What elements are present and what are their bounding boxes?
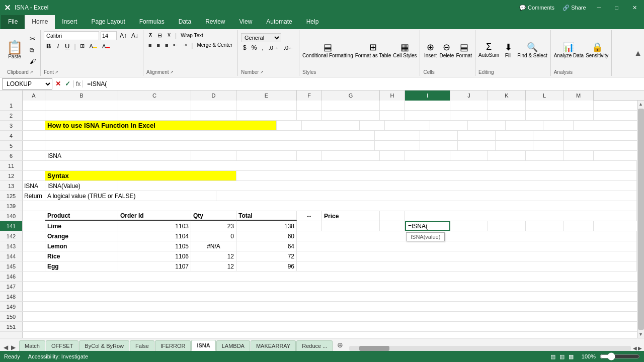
cell[interactable] <box>322 101 380 111</box>
cell[interactable] <box>297 251 637 261</box>
cell-c145[interactable]: 1107 <box>118 261 191 271</box>
page-break-btn[interactable]: ▦ <box>569 353 574 360</box>
cell-e144[interactable]: 72 <box>236 251 297 261</box>
normal-view-btn[interactable]: ▤ <box>550 353 555 360</box>
borders-button[interactable]: ⊞ <box>78 42 87 50</box>
cell[interactable] <box>297 241 637 251</box>
cell[interactable] <box>23 161 637 170</box>
cell-c143[interactable]: 1105 <box>118 241 191 251</box>
cell[interactable] <box>450 151 488 160</box>
col-header-F[interactable]: F <box>297 90 322 101</box>
cell-e140[interactable]: Total <box>236 211 297 221</box>
cell[interactable] <box>405 111 450 120</box>
h-scroll-right[interactable]: ▶ <box>638 345 642 351</box>
col-header-D[interactable]: D <box>191 90 236 101</box>
cell-i141-selected[interactable]: =ISNA( ISNA(value) <box>405 221 450 231</box>
row-num[interactable]: 141 <box>0 221 23 231</box>
insert-tab[interactable]: Insert <box>55 15 84 29</box>
cell[interactable] <box>23 251 45 261</box>
row-num[interactable]: 144 <box>0 251 23 261</box>
cell-b3[interactable]: How to use ISNA Function In Excel <box>45 121 277 130</box>
cell[interactable] <box>375 131 420 140</box>
row-num[interactable]: 143 <box>0 241 23 251</box>
cell[interactable] <box>405 151 450 160</box>
page-layout-btn[interactable]: ▥ <box>559 353 565 360</box>
cell-b12[interactable]: Syntax <box>45 171 236 180</box>
cell[interactable] <box>191 101 236 111</box>
cell-g140[interactable]: Price <box>322 211 380 221</box>
cell[interactable] <box>360 121 385 130</box>
cell[interactable] <box>23 261 45 271</box>
cell[interactable] <box>458 131 496 140</box>
cell[interactable] <box>564 111 594 120</box>
copy-button[interactable]: ⧉ <box>28 45 37 55</box>
cell-f141[interactable] <box>297 221 322 231</box>
cell[interactable] <box>380 111 405 120</box>
col-header-E[interactable]: E <box>236 90 297 101</box>
row-num[interactable]: 147 <box>0 282 23 291</box>
cell[interactable] <box>118 151 191 160</box>
cell[interactable] <box>322 151 380 160</box>
cell[interactable] <box>297 111 322 120</box>
insert-btn[interactable]: ⊕ Insert <box>423 42 437 58</box>
cell[interactable] <box>488 111 526 120</box>
zoom-slider[interactable] <box>600 352 640 360</box>
cell[interactable] <box>385 121 430 130</box>
cell[interactable] <box>297 101 322 111</box>
automate-tab[interactable]: Automate <box>259 15 299 29</box>
ribbon-scroll-btn[interactable]: ▲ <box>632 30 644 76</box>
row-num[interactable]: 11 <box>0 161 23 170</box>
percent-btn[interactable]: % <box>250 43 259 52</box>
cell[interactable] <box>375 141 420 150</box>
cell[interactable] <box>526 151 564 160</box>
cell[interactable] <box>526 111 564 120</box>
align-center-btn[interactable]: ≡ <box>154 41 162 49</box>
cell-d144[interactable]: 12 <box>191 251 236 261</box>
cell[interactable] <box>564 221 594 231</box>
cell[interactable] <box>277 121 302 130</box>
confirm-icon[interactable]: ✓ <box>64 80 71 87</box>
cell[interactable] <box>23 111 45 120</box>
sheet-tab-iferror[interactable]: IFERROR <box>155 340 191 351</box>
cell-b140[interactable]: Product <box>45 211 118 221</box>
cell-b144[interactable]: Rice <box>45 251 118 261</box>
col-header-M[interactable]: M <box>564 90 594 101</box>
h-scroll-left[interactable]: ◀ <box>633 345 637 351</box>
cell-a13[interactable]: ISNA <box>23 181 45 191</box>
horizontal-scrollbar[interactable] <box>349 346 631 351</box>
cell-d140[interactable]: Qty <box>191 211 236 221</box>
cell[interactable] <box>450 221 488 231</box>
cell-b125[interactable]: A logical value (TRUE or FALSE) <box>45 191 216 201</box>
cell[interactable] <box>118 111 191 120</box>
cell[interactable] <box>23 141 45 150</box>
cell[interactable] <box>543 121 574 130</box>
row-num[interactable]: 6 <box>0 151 23 160</box>
row-num[interactable]: 125 <box>0 191 23 201</box>
decrease-font-btn[interactable]: A↓ <box>130 32 140 40</box>
sheet-tab-bycol-byrow[interactable]: ByCol & ByRow <box>79 340 129 351</box>
cell[interactable] <box>297 261 637 271</box>
cut-button[interactable]: ✂ <box>28 33 37 44</box>
align-right-btn[interactable]: ≡ <box>163 41 170 49</box>
cell[interactable] <box>216 191 637 201</box>
cell[interactable] <box>380 151 405 160</box>
comma-btn[interactable]: , <box>260 43 265 52</box>
view-tab[interactable]: View <box>232 15 260 29</box>
sheet-tab-false[interactable]: False <box>130 340 154 351</box>
sheet-tab-lambda[interactable]: LAMBDA <box>216 340 250 351</box>
paste-button[interactable]: 📋 Paste <box>3 39 26 61</box>
fill-color-button[interactable]: A▬ <box>88 42 99 50</box>
vertical-scrollbar[interactable]: ▲ ▼ <box>637 101 644 338</box>
cell[interactable] <box>322 111 380 120</box>
row-num[interactable]: 146 <box>0 272 23 281</box>
cell-d141[interactable]: 23 <box>191 221 236 231</box>
cell-e142[interactable]: 60 <box>236 231 297 241</box>
col-header-A[interactable]: A <box>23 90 45 101</box>
cell[interactable] <box>488 151 526 160</box>
cell[interactable] <box>23 282 637 291</box>
minimize-btn[interactable]: ─ <box>594 5 604 11</box>
cell[interactable] <box>23 221 45 231</box>
home-tab[interactable]: Home <box>25 15 55 29</box>
accessibility-status[interactable]: Accessibility: Investigate <box>28 353 88 359</box>
col-header-K[interactable]: K <box>488 90 526 101</box>
